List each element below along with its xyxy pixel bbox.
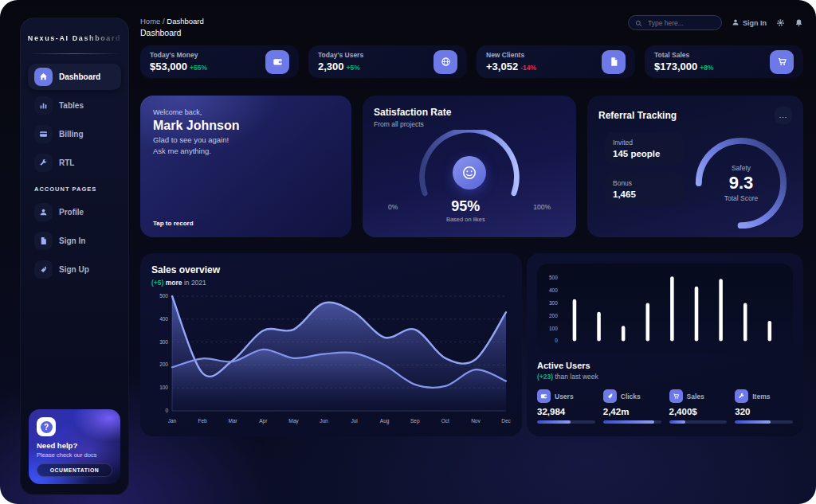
dashboard-app: Nexus-AI Dashboard Dashboard Tables Bill… bbox=[0, 0, 816, 504]
metric-items: Items 320 bbox=[735, 389, 793, 424]
invited-label: Invited bbox=[613, 139, 676, 147]
bell-icon[interactable] bbox=[794, 18, 803, 27]
svg-text:400: 400 bbox=[159, 316, 168, 322]
sidebar-divider bbox=[29, 53, 120, 54]
home-icon bbox=[34, 68, 53, 86]
welcome-card: Welcome back, Mark Johnson Glad to see y… bbox=[140, 96, 351, 237]
bonus-value: 1,465 bbox=[613, 189, 676, 199]
metric-users: Users 32,984 bbox=[537, 389, 595, 424]
stat-value: $173,000+8% bbox=[654, 61, 713, 72]
welcome-line1: Glad to see you again! bbox=[153, 135, 339, 146]
metric-value: 32,984 bbox=[537, 407, 595, 416]
svg-text:100: 100 bbox=[159, 385, 168, 390]
bonus-box: Bonus 1,465 bbox=[605, 173, 684, 205]
wrench-icon bbox=[735, 389, 748, 403]
more-options-icon[interactable]: ... bbox=[775, 107, 792, 124]
referral-title: Referral Tracking bbox=[598, 110, 677, 121]
signin-button[interactable]: Sign In bbox=[732, 18, 767, 28]
sidebar-item-rtl[interactable]: RTL bbox=[28, 150, 121, 176]
stat-card-todays-users: Today's Users 2,300+5% bbox=[308, 45, 467, 78]
document-icon bbox=[602, 50, 626, 74]
active-users-stats: Users 32,984 Clicks 2,42m bbox=[537, 389, 793, 424]
sidebar-item-signin[interactable]: Sign In bbox=[28, 228, 121, 254]
breadcrumb: Home / Dashboard bbox=[140, 17, 204, 25]
svg-text:400: 400 bbox=[549, 287, 558, 293]
tap-to-record-button[interactable]: Tap to record bbox=[153, 220, 194, 227]
sidebar-item-signup[interactable]: Sign Up bbox=[28, 256, 121, 283]
breadcrumb-home[interactable]: Home bbox=[140, 17, 160, 25]
search-box[interactable] bbox=[628, 15, 722, 30]
metric-clicks: Clicks 2,42m bbox=[603, 389, 661, 424]
stat-value: 2,300+5% bbox=[318, 61, 363, 72]
smiley-icon bbox=[453, 156, 486, 189]
satisfaction-gauge bbox=[406, 130, 533, 203]
stat-label: Today's Money bbox=[150, 51, 207, 59]
gear-icon[interactable] bbox=[776, 18, 785, 27]
help-subtitle: Please check our docs bbox=[37, 451, 112, 459]
sidebar-item-label: RTL bbox=[59, 158, 74, 167]
sidebar-item-billing[interactable]: Billing bbox=[28, 121, 121, 147]
cart-icon bbox=[770, 50, 794, 74]
metric-value: 320 bbox=[735, 407, 793, 416]
svg-text:100: 100 bbox=[549, 326, 558, 331]
metric-label: Sales bbox=[687, 393, 704, 400]
sales-title: Sales overview bbox=[151, 264, 511, 275]
metric-value: 2,400$ bbox=[669, 407, 728, 416]
cart-icon bbox=[669, 389, 683, 403]
documentation-button[interactable]: OCUMENTATION bbox=[37, 463, 112, 477]
svg-text:0: 0 bbox=[555, 338, 558, 343]
stat-value: $53,000+55% bbox=[150, 61, 207, 72]
metric-value: 2,42m bbox=[603, 407, 661, 416]
svg-text:300: 300 bbox=[549, 300, 558, 306]
active-users-subtitle: (+23) than last week bbox=[537, 373, 793, 381]
document-icon bbox=[34, 232, 53, 250]
gauge-max-label: 100% bbox=[533, 203, 551, 211]
progress-bar bbox=[603, 420, 661, 424]
sidebar-item-label: Tables bbox=[59, 101, 84, 110]
sales-overview-card: Sales overview (+5) more in 2021 0100200… bbox=[140, 253, 522, 436]
sidebar-item-profile[interactable]: Profile bbox=[28, 199, 121, 225]
svg-text:Sep: Sep bbox=[410, 418, 420, 424]
satisfaction-caption: Based on likes bbox=[446, 216, 485, 223]
app-logo: Nexus-AI Dashboard bbox=[27, 34, 122, 42]
score-caption: Total Score bbox=[724, 194, 759, 202]
metric-label: Clicks bbox=[621, 393, 641, 400]
stat-label: Today's Users bbox=[318, 51, 363, 59]
welcome-line2: Ask me anything. bbox=[153, 146, 339, 157]
search-icon bbox=[635, 16, 642, 30]
rocket-icon bbox=[34, 260, 53, 279]
active-users-bar-chart: 0100200300400500 bbox=[540, 268, 790, 351]
svg-text:Mar: Mar bbox=[229, 418, 238, 424]
invited-value: 145 people bbox=[613, 149, 676, 158]
score-label: Safety bbox=[732, 164, 751, 172]
question-icon: ? bbox=[37, 417, 56, 436]
search-input[interactable] bbox=[646, 18, 715, 28]
stat-label: Total Sales bbox=[654, 51, 713, 59]
wallet-icon bbox=[265, 50, 289, 74]
svg-text:Apr: Apr bbox=[259, 418, 268, 424]
svg-text:Jun: Jun bbox=[320, 418, 328, 424]
sidebar-item-label: Sign In bbox=[59, 236, 85, 245]
sales-area-chart: 0100200300400500JanFebMarAprMayJunJulAug… bbox=[151, 291, 511, 428]
bar-chart-icon bbox=[34, 96, 53, 115]
breadcrumb-current: Dashboard bbox=[167, 17, 203, 25]
bonus-label: Bonus bbox=[613, 179, 676, 187]
active-users-card: 0100200300400500 Active Users (+23) than… bbox=[527, 253, 803, 436]
satisfaction-subtitle: From all projects bbox=[374, 120, 565, 128]
sidebar-item-dashboard[interactable]: Dashboard bbox=[28, 64, 121, 90]
help-title: Need help? bbox=[37, 441, 112, 450]
sidebar: Nexus-AI Dashboard Dashboard Tables Bill… bbox=[20, 18, 129, 495]
sidebar-item-tables[interactable]: Tables bbox=[28, 92, 121, 119]
svg-text:200: 200 bbox=[159, 361, 168, 367]
welcome-greeting: Welcome back, bbox=[153, 108, 339, 116]
svg-text:Jan: Jan bbox=[168, 418, 177, 424]
svg-text:Oct: Oct bbox=[441, 418, 449, 424]
invited-box: Invited 145 people bbox=[605, 132, 684, 165]
stat-delta: +8% bbox=[700, 64, 713, 72]
help-card: ? Need help? Please check our docs OCUME… bbox=[29, 409, 120, 484]
sidebar-nav: Dashboard Tables Billing RTL ACCOU bbox=[21, 64, 128, 283]
stat-card-todays-money: Today's Money $53,000+55% bbox=[140, 45, 299, 78]
svg-text:May: May bbox=[288, 418, 299, 424]
topbar-actions: Sign In bbox=[628, 15, 803, 30]
weekly-bars-panel: 0100200300400500 bbox=[537, 264, 793, 353]
